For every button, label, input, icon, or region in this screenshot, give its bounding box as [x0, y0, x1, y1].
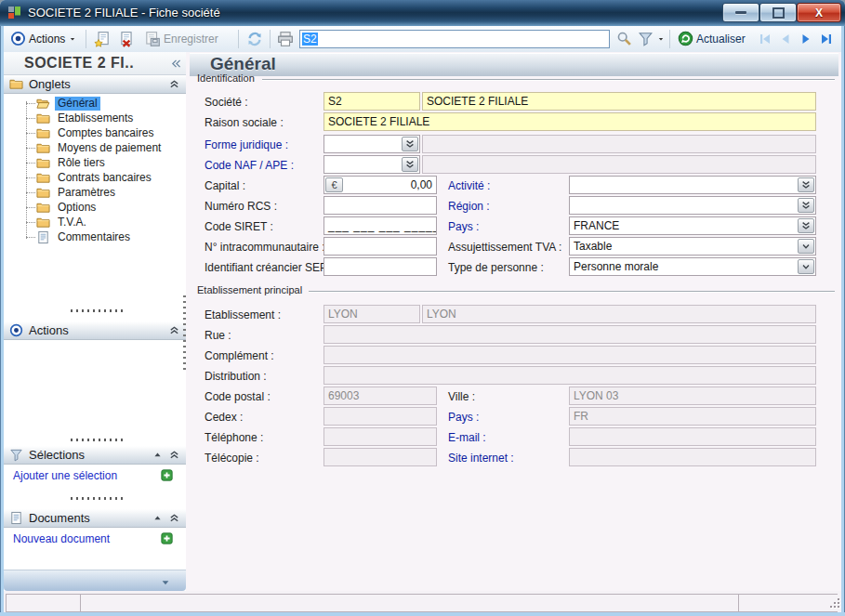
societe-name-field[interactable]: SOCIETE 2 FILIALE [422, 92, 816, 111]
type-personne-combo[interactable]: Personne morale [569, 257, 816, 276]
new-record-button[interactable] [91, 28, 113, 49]
sidebar-item-role-tiers[interactable]: Rôle tiers [4, 155, 186, 170]
sidebar-item-comptes-bancaires[interactable]: Comptes bancaires [4, 125, 186, 140]
etab-pays-label[interactable]: Pays : [448, 410, 479, 425]
activite-label[interactable]: Activité : [448, 178, 490, 193]
title-bar[interactable]: SOCIETE 2 FILIALE - Fiche société X [0, 0, 845, 26]
search-input[interactable]: S2 [299, 30, 610, 48]
code-naf-label[interactable]: Code NAF / APE : [205, 158, 294, 173]
refresh-button[interactable] [244, 28, 266, 49]
nav-next-button[interactable] [796, 28, 816, 49]
folder-icon [36, 201, 50, 215]
actualiser-button[interactable]: Actualiser [675, 28, 748, 49]
status-cell-divider [80, 595, 81, 611]
forme-juridique-label[interactable]: Forme juridique : [205, 138, 288, 152]
window-title: SOCIETE 2 FILIALE - Fiche société [28, 6, 220, 20]
sidebar-item-general[interactable]: Général [4, 96, 186, 111]
sidebar-item-contrats-bancaires[interactable]: Contrats bancaires [4, 170, 186, 185]
chevron-double-up-icon[interactable] [168, 512, 180, 524]
add-selection-plus-icon[interactable] [161, 469, 173, 481]
sidebar-item-commentaires[interactable]: Commentaires [4, 229, 186, 244]
actions-menu-button[interactable]: Actions [7, 28, 80, 49]
etablissement-legend: Etablissement principal [197, 284, 302, 295]
capital-field[interactable]: € 0,00 [323, 176, 437, 194]
forme-juridique-combo[interactable] [323, 135, 420, 153]
panel-splitter-handle[interactable] [71, 497, 125, 500]
chevron-double-up-icon[interactable] [168, 324, 180, 336]
toolbar: Actions Enregistrer S2 Actualiser [4, 26, 841, 53]
etablissement-name-field: LYON [422, 305, 816, 323]
sidebar-item-tva[interactable]: T.V.A. [4, 215, 186, 229]
add-selection-link[interactable]: Ajouter une sélection [13, 469, 117, 482]
search-button[interactable] [614, 28, 635, 49]
combo-chevron-button[interactable] [798, 259, 814, 274]
societe-code-field[interactable]: S2 [323, 92, 420, 111]
nav-last-button[interactable] [816, 28, 837, 49]
status-cell-divider [738, 595, 739, 611]
page-title: Général [210, 54, 276, 74]
sidebar-item-moyens-de-paiement[interactable]: Moyens de paiement [4, 140, 186, 155]
cedex-label: Cedex : [205, 410, 243, 425]
filter-button[interactable] [635, 28, 668, 49]
refresh-green-icon [678, 31, 693, 46]
panel-splitter-handle[interactable] [71, 309, 125, 312]
nav-previous-icon [778, 32, 793, 46]
pays-label[interactable]: Pays : [448, 219, 479, 234]
documents-panel-title: Documents [29, 511, 147, 525]
region-label[interactable]: Région : [448, 199, 490, 214]
panel-header-onglets[interactable]: Onglets [4, 75, 186, 94]
email-label[interactable]: E-mail : [448, 430, 486, 445]
save-button[interactable]: Enregistrer [141, 28, 221, 49]
activite-combo[interactable] [569, 176, 816, 194]
sidebar-header: SOCIETE 2 FI.. [4, 52, 186, 75]
maximize-button[interactable] [759, 3, 797, 22]
raison-sociale-field[interactable]: SOCIETE 2 FILIALE [323, 112, 816, 131]
collapse-arrow-icon[interactable] [152, 450, 163, 460]
nav-previous-button[interactable] [775, 28, 796, 49]
lookup-chevron-button[interactable] [402, 157, 418, 172]
intracommunautaire-field[interactable] [323, 237, 437, 256]
new-document-link[interactable]: Nouveau document [13, 532, 110, 545]
sidebar-item-options[interactable]: Options [4, 200, 186, 215]
lookup-chevron-button[interactable] [798, 198, 814, 213]
code-naf-combo[interactable] [323, 155, 420, 174]
panel-splitter-handle[interactable] [71, 439, 125, 441]
panel-header-selections[interactable]: Sélections [4, 446, 186, 465]
code-siret-field[interactable]: ___ ___ ___ _____ [323, 216, 437, 235]
filter-dropdown-icon [656, 34, 666, 44]
chevron-double-up-icon[interactable] [168, 78, 180, 90]
collapse-arrow-icon[interactable] [152, 513, 163, 523]
numero-rcs-field[interactable] [323, 196, 437, 215]
lookup-chevron-button[interactable] [798, 218, 814, 233]
site-internet-label[interactable]: Site internet : [448, 451, 514, 465]
chevron-double-up-icon[interactable] [168, 449, 180, 461]
currency-button[interactable]: € [325, 177, 343, 192]
code-naf-desc-field [422, 155, 816, 174]
new-document-plus-icon[interactable] [161, 532, 173, 544]
onglets-panel-title: Onglets [29, 77, 163, 91]
sidebar-item-parametres[interactable]: Paramètres [4, 185, 186, 200]
combo-chevron-button[interactable] [798, 239, 814, 254]
panel-header-documents[interactable]: Documents [4, 509, 186, 528]
close-button[interactable]: X [797, 3, 841, 22]
assujettissement-tva-combo[interactable]: Taxable [569, 237, 816, 256]
window-bottom-border [0, 612, 845, 616]
collapse-sidebar-icon[interactable] [170, 58, 182, 70]
folder-icon [36, 111, 50, 125]
delete-page-icon [118, 31, 135, 47]
telecopie-field [323, 448, 437, 466]
pays-combo[interactable]: FRANCE [569, 216, 816, 235]
tree-item-label: Comptes bancaires [55, 126, 156, 140]
resize-grip[interactable] [830, 598, 839, 608]
lookup-chevron-button[interactable] [402, 137, 418, 151]
region-combo[interactable] [569, 196, 816, 215]
identifiant-sepa-field[interactable] [323, 257, 437, 276]
sidebar-item-etablissements[interactable]: Etablissements [4, 111, 186, 125]
lookup-chevron-button[interactable] [798, 177, 814, 192]
delete-record-button[interactable] [115, 28, 138, 49]
minimize-button[interactable] [722, 3, 759, 22]
panel-header-actions[interactable]: Actions [4, 321, 186, 340]
main-splitter-handle[interactable] [183, 295, 186, 370]
nav-first-button[interactable] [755, 28, 775, 49]
sidebar-footer-bar[interactable] [4, 570, 186, 591]
